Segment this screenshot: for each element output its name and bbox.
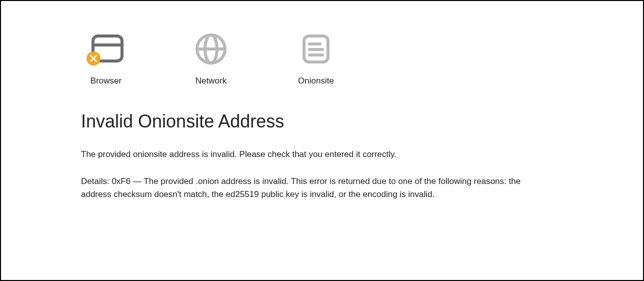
network-label: Network [196, 76, 226, 86]
browser-status-item: Browser [84, 31, 128, 86]
error-description: The provided onionsite address is invali… [81, 148, 551, 161]
onionsite-status-item: Onionsite [294, 31, 338, 86]
status-icon-row: Browser Network [84, 31, 551, 86]
browser-icon [88, 31, 124, 67]
browser-label: Browser [90, 76, 122, 86]
document-icon [298, 31, 334, 67]
error-details: Details: 0xF6 — The provided .onion addr… [81, 175, 551, 202]
error-page-content: Browser Network [1, 31, 551, 201]
network-status-item: Network [188, 31, 234, 86]
globe-icon [193, 31, 229, 67]
onionsite-label: Onionsite [298, 76, 334, 86]
error-title: Invalid Onionsite Address [81, 111, 551, 132]
